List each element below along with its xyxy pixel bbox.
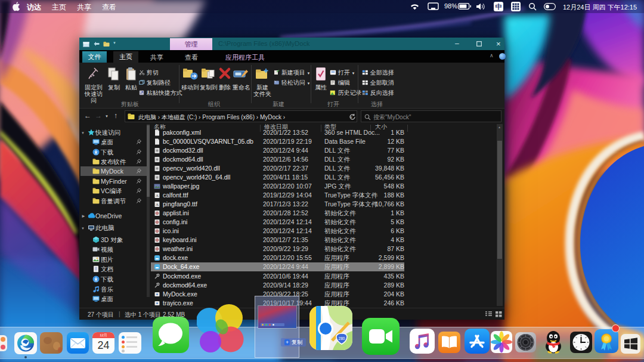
svg-text:A: A [156, 202, 159, 207]
svg-text:280: 280 [339, 336, 345, 341]
svg-text:A: A [156, 193, 159, 198]
